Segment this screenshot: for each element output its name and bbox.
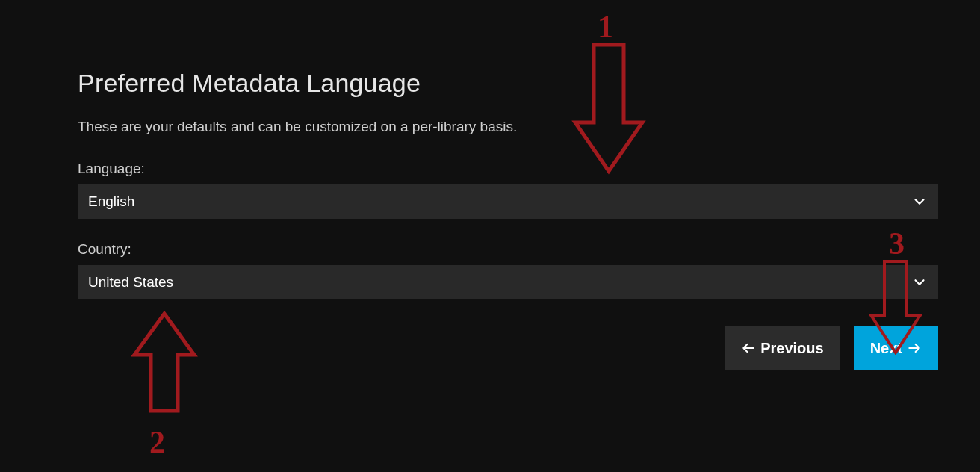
wizard-nav-buttons: Previous Next [78, 326, 938, 370]
country-select-value: United States [88, 274, 173, 291]
country-field: Country: United States [78, 241, 938, 299]
language-label: Language: [78, 161, 938, 177]
language-select[interactable]: English [78, 184, 938, 219]
annotation-number-3: 3 [889, 226, 905, 261]
previous-button-label: Previous [760, 340, 823, 357]
page-title: Preferred Metadata Language [78, 69, 938, 98]
page-subtitle: These are your defaults and can be custo… [78, 119, 938, 135]
country-select[interactable]: United States [78, 265, 938, 299]
country-label: Country: [78, 241, 938, 258]
previous-button[interactable]: Previous [725, 326, 840, 370]
arrow-up-icon [127, 306, 202, 426]
language-select-value: English [88, 193, 134, 210]
annotation-number-1: 1 [598, 9, 613, 45]
setup-wizard-panel: Preferred Metadata Language These are yo… [78, 69, 938, 370]
arrow-down-icon [568, 40, 650, 182]
language-field: Language: English [78, 161, 938, 219]
arrow-left-icon [741, 341, 756, 355]
annotation-number-2: 2 [149, 424, 165, 460]
chevron-down-icon [911, 193, 928, 210]
arrow-down-icon [868, 257, 928, 361]
